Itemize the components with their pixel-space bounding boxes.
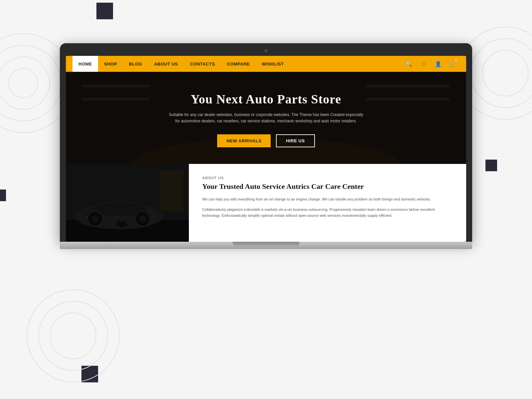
- circle-decoration-10: [50, 313, 96, 359]
- about-image: [66, 164, 189, 242]
- laptop-frame: HOME SHOP BLOG ABOUT US CONTACTS COMPARE…: [60, 43, 472, 249]
- circle-decoration-3: [0, 57, 50, 110]
- hero-title: You Next Auto Parts Store: [166, 92, 366, 106]
- nav-item-blog[interactable]: BLOG: [123, 56, 148, 72]
- cart-button[interactable]: 🛒 9: [446, 56, 460, 72]
- hero-buttons: New Arrivals Hire Us: [166, 134, 366, 147]
- nav-item-compare[interactable]: COMPARE: [221, 56, 256, 72]
- about-text-1: We can help you with everything from an …: [202, 196, 453, 202]
- circle-decoration-2: [0, 45, 62, 121]
- laptop-screen-outer: HOME SHOP BLOG ABOUT US CONTACTS COMPARE…: [60, 43, 472, 242]
- circle-decoration-7: [482, 50, 529, 96]
- about-content: About Us Your Trusted Auto Service Autri…: [189, 164, 466, 242]
- hero-subtitle: Suitable for any car dealer websites, bu…: [166, 112, 366, 124]
- nav-items-list: HOME SHOP BLOG ABOUT US CONTACTS COMPARE…: [72, 56, 402, 72]
- heart-icon: ♡: [421, 61, 426, 67]
- about-text-2: Collaboratively plagiarize extensible e-…: [202, 206, 453, 219]
- about-title: Your Trusted Auto Service Autrics Car Ca…: [202, 182, 453, 192]
- decorative-square-2: [485, 160, 497, 171]
- nav-item-home[interactable]: HOME: [72, 56, 98, 72]
- nav-icons-group: 🔍 ♡ 👤 🛒 9: [402, 56, 460, 72]
- hero-section: You Next Auto Parts Store Suitable for a…: [66, 72, 466, 164]
- nav-item-wishlist[interactable]: WISHLIST: [256, 56, 290, 72]
- circle-decoration-8: [27, 289, 120, 382]
- nav-item-contacts[interactable]: CONTACTS: [184, 56, 221, 72]
- decorative-square-4: [81, 366, 98, 382]
- laptop-base: [60, 242, 472, 249]
- nav-item-about[interactable]: ABOUT US: [148, 56, 184, 72]
- laptop-camera: [264, 49, 268, 53]
- laptop-hinge: [233, 242, 299, 246]
- about-section: About Us Your Trusted Auto Service Autri…: [66, 164, 466, 242]
- decorative-square-1: [96, 3, 113, 19]
- circle-decoration-9: [38, 301, 108, 371]
- site-navigation: HOME SHOP BLOG ABOUT US CONTACTS COMPARE…: [66, 56, 466, 72]
- circle-decoration-6: [470, 38, 532, 108]
- circle-decoration-4: [8, 68, 38, 98]
- nav-item-shop[interactable]: SHOP: [98, 56, 123, 72]
- account-button[interactable]: 👤: [432, 56, 445, 72]
- cart-badge: 9: [454, 58, 458, 63]
- about-label: About Us: [202, 176, 453, 180]
- hire-us-button[interactable]: Hire Us: [276, 134, 315, 147]
- wishlist-button[interactable]: ♡: [417, 56, 430, 72]
- svg-rect-19: [66, 164, 189, 242]
- search-button[interactable]: 🔍: [402, 56, 416, 72]
- new-arrivals-button[interactable]: New Arrivals: [217, 134, 271, 147]
- hero-content: You Next Auto Parts Store Suitable for a…: [166, 92, 366, 147]
- user-icon: 👤: [435, 61, 442, 67]
- laptop-screen: HOME SHOP BLOG ABOUT US CONTACTS COMPARE…: [66, 56, 466, 242]
- search-icon: 🔍: [406, 61, 412, 67]
- decorative-square-3: [0, 190, 6, 201]
